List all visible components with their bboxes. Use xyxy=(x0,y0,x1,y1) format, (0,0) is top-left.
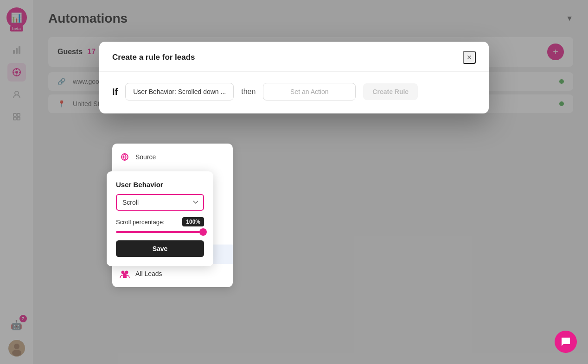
slider-track xyxy=(116,231,204,233)
slider-fill xyxy=(116,231,204,233)
dropdown-item-allleads[interactable]: All Leads xyxy=(112,264,233,283)
modal-body: If User Behavior: Scrolled down ... then… xyxy=(99,72,489,113)
create-rule-button[interactable]: Create Rule xyxy=(363,83,418,100)
if-label: If xyxy=(112,87,118,97)
behavior-popup: User Behavior Scroll Click Hover Scroll … xyxy=(107,171,213,266)
then-label: then xyxy=(241,88,256,96)
behavior-title: User Behavior xyxy=(116,181,204,188)
scroll-pct-label: Scroll percentage: xyxy=(116,219,165,226)
action-button[interactable]: Set an Action xyxy=(263,83,356,100)
close-button[interactable]: × xyxy=(463,51,476,64)
chat-widget-button[interactable] xyxy=(555,331,577,353)
slider-container xyxy=(116,231,204,233)
all-leads-icon xyxy=(120,269,130,279)
save-button[interactable]: Save xyxy=(116,240,204,257)
modal-header: Create a rule for leads × xyxy=(99,42,489,72)
slider-thumb[interactable] xyxy=(199,228,207,236)
dropdown-item-label: Source xyxy=(135,153,156,161)
pct-badge: 100% xyxy=(182,217,204,226)
dropdown-item-label: All Leads xyxy=(135,270,162,277)
source-icon xyxy=(120,152,130,162)
dropdown-item-source[interactable]: Source xyxy=(112,147,233,167)
behavior-select[interactable]: Scroll Click Hover xyxy=(116,194,204,211)
scroll-percentage-row: Scroll percentage: 100% xyxy=(116,217,204,226)
condition-button[interactable]: User Behavior: Scrolled down ... xyxy=(125,83,234,100)
modal: Create a rule for leads × If User Behavi… xyxy=(99,42,489,113)
modal-title: Create a rule for leads xyxy=(112,53,195,62)
